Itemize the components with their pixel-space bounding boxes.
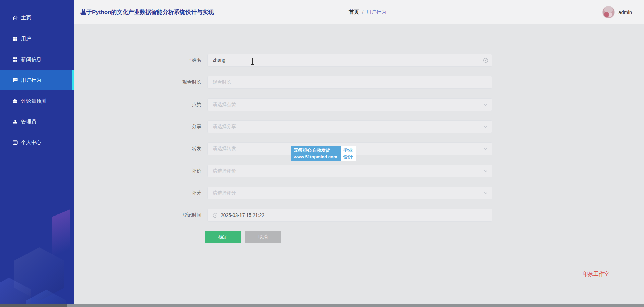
chevron-down-icon (483, 190, 488, 196)
evaluation-select[interactable]: 请选择评价 (207, 165, 492, 177)
main-content: *姓名 zhang 观看时长 观看时长 点赞 请选择点赞 (74, 24, 644, 307)
sidebar-item-label: 管理员 (21, 119, 36, 125)
breadcrumb: 首页 / 用户行为 (349, 0, 386, 24)
avatar[interactable] (602, 6, 615, 18)
stamp-icon (12, 119, 18, 125)
watch-duration-label: 观看时长 (74, 79, 201, 85)
form-row-register-time: 登记时间 2025-03-17 15:21:22 (74, 209, 644, 222)
sidebar-item-news[interactable]: 新闻信息 (0, 49, 74, 70)
evaluation-label: 评价 (74, 168, 201, 174)
share-placeholder: 请选择分享 (213, 124, 236, 130)
name-input[interactable]: zhang (207, 54, 492, 67)
sidebar-item-label: 新闻信息 (21, 56, 41, 63)
likes-placeholder: 请选择点赞 (213, 102, 236, 108)
form-row-score: 评分 请选择评分 (74, 187, 644, 199)
chevron-down-icon (483, 168, 488, 174)
sidebar-item-users[interactable]: 用户 (0, 28, 74, 49)
sidebar-item-admin[interactable]: 管理员 (0, 111, 74, 132)
username: admin (618, 9, 632, 15)
watch-duration-input[interactable]: 观看时长 (207, 76, 492, 89)
sidebar-item-label: 评论量预测 (21, 98, 46, 104)
form-row-likes: 点赞 请选择点赞 (74, 98, 644, 111)
sidebar-decoration (0, 213, 74, 307)
form-row-name: *姓名 zhang (74, 54, 644, 67)
sidebar-item-profile[interactable]: 个人中心 (0, 132, 74, 153)
forward-label: 转发 (74, 146, 201, 152)
register-time-label: 登记时间 (74, 212, 201, 218)
clear-icon[interactable] (483, 58, 488, 63)
sidebar-item-user-behavior[interactable]: 用户行为 (0, 70, 74, 90)
evaluation-placeholder: 请选择评价 (213, 168, 236, 174)
cancel-button[interactable]: 取消 (245, 231, 281, 243)
required-mark: * (189, 57, 191, 63)
sidebar-item-label: 个人中心 (21, 139, 41, 146)
user-menu[interactable]: admin (602, 0, 632, 24)
likes-select[interactable]: 请选择点赞 (207, 98, 492, 111)
watermark-url: www.51topmind.com (294, 154, 337, 160)
studio-credit: 印象工作室 (583, 271, 609, 278)
watch-duration-placeholder: 观看时长 (213, 79, 231, 85)
sidebar-item-label: 用户行为 (21, 77, 41, 83)
watermark-text: 无须担心.自动发货 www.51topmind.com (291, 146, 340, 161)
name-value: zhang (213, 57, 225, 63)
confirm-button[interactable]: 确定 (205, 231, 241, 243)
grid-icon (12, 57, 18, 62)
share-select[interactable]: 请选择分享 (207, 120, 492, 133)
register-time-value: 2025-03-17 15:21:22 (221, 212, 264, 218)
form-row-forward: 转发 请选择转发 (74, 142, 644, 155)
sidebar-item-label: 主页 (21, 15, 31, 21)
mouse-cursor-ibeam (252, 58, 253, 64)
scrollbar-thumb[interactable] (67, 304, 644, 307)
form-actions: 确定 取消 (205, 231, 644, 243)
home-icon (12, 15, 18, 21)
forward-placeholder: 请选择转发 (213, 146, 236, 152)
watermark-badge: 毕业 设计 (340, 146, 356, 161)
sidebar-item-label: 用户 (21, 36, 31, 42)
form-row-watch-duration: 观看时长 观看时长 (74, 76, 644, 89)
chevron-down-icon (483, 146, 488, 151)
name-label: *姓名 (74, 57, 201, 63)
horizontal-scrollbar[interactable] (0, 304, 644, 307)
chevron-down-icon (483, 102, 488, 107)
page-title: 基于Python的文化产业数据智能分析系统设计与实现 (80, 0, 214, 24)
sidebar-nav: 主页 用户 新闻信息 用户行为 评论量预测 (0, 0, 74, 153)
form-row-share: 分享 请选择分享 (74, 120, 644, 133)
clock-icon (213, 213, 218, 218)
chat-icon (12, 77, 18, 83)
likes-label: 点赞 (74, 102, 201, 108)
grid-icon (12, 36, 18, 42)
breadcrumb-home[interactable]: 首页 (349, 9, 359, 15)
form-row-evaluation: 评价 请选择评价 (74, 165, 644, 177)
watermark-line1: 无须担心.自动发货 (294, 147, 337, 154)
briefcase-icon (12, 98, 18, 104)
breadcrumb-current: 用户行为 (366, 9, 386, 15)
sidebar-item-home[interactable]: 主页 (0, 7, 74, 28)
sidebar-item-comment-prediction[interactable]: 评论量预测 (0, 90, 74, 111)
chevron-down-icon (483, 124, 488, 129)
share-label: 分享 (74, 124, 201, 130)
score-label: 评分 (74, 190, 201, 196)
card-icon (12, 140, 18, 145)
breadcrumb-separator: / (362, 9, 363, 15)
user-behavior-form: *姓名 zhang 观看时长 观看时长 点赞 请选择点赞 (74, 54, 644, 243)
sidebar: 主页 用户 新闻信息 用户行为 评论量预测 (0, 0, 74, 307)
register-time-input[interactable]: 2025-03-17 15:21:22 (207, 209, 492, 222)
text-caret (226, 58, 226, 63)
watermark: 无须担心.自动发货 www.51topmind.com 毕业 设计 (291, 146, 356, 161)
score-select[interactable]: 请选择评分 (207, 187, 492, 199)
score-placeholder: 请选择评分 (213, 190, 236, 196)
header: 基于Python的文化产业数据智能分析系统设计与实现 首页 / 用户行为 adm… (74, 0, 644, 24)
